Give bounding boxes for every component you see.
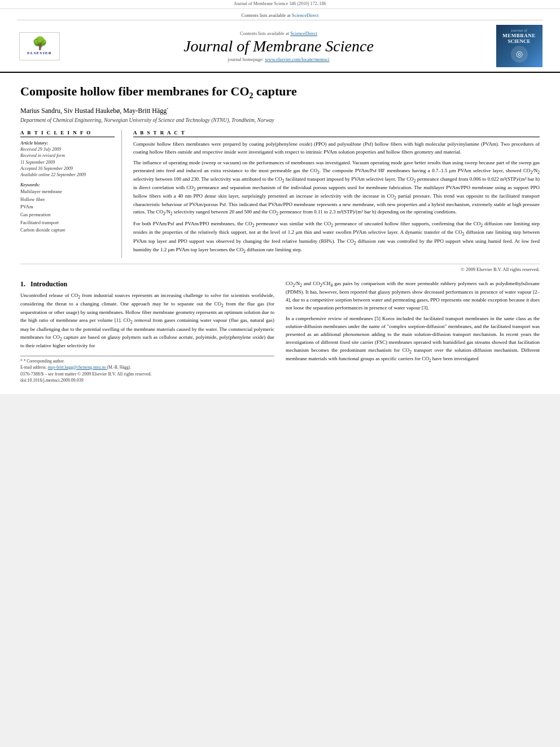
article-title: Composite hollow fiber membranes for CO2… [20, 84, 540, 101]
keywords-label: Keywords: [20, 182, 115, 187]
intro-heading: 1. Introduction [20, 280, 274, 289]
journal-title-center: Contents lists available at ScienceDirec… [62, 30, 495, 62]
abstract-para-2: The influence of operating mode (sweep o… [133, 159, 540, 217]
accepted-date: Accepted 16 September 2009 [20, 165, 115, 172]
body-col-right: CO2/N2 and CO2/CH4 gas pairs by comparis… [286, 280, 540, 383]
abstract-para-1: Composite hollow fibers membranes were p… [133, 141, 540, 156]
sciencedirect-link2[interactable]: ScienceDirect [290, 30, 317, 36]
homepage-link[interactable]: www.elsevier.com/locate/memsci [265, 56, 329, 62]
received-date: Received 29 July 2009 [20, 146, 115, 152]
elsevier-logo-box: 🌳 ELSEVIER [19, 32, 60, 60]
abstract-text: Composite hollow fibers membranes were p… [133, 141, 540, 254]
article-authors: Marius Sandru, Siv Hustad Haukebø, May-B… [20, 107, 540, 115]
journal-name: Journal of Membrane Science [62, 37, 495, 55]
doi-text: doi:10.1016/j.memsci.2009.09.039 [20, 378, 84, 383]
intro-title: Introduction [30, 280, 67, 288]
intro-text-right: CO2/N2 and CO2/CH4 gas pairs by comparis… [286, 280, 540, 364]
footnote-corresponding: * Corresponding author. [24, 359, 65, 364]
issn-line: 0376-7388/$ – see front matter © 2009 El… [20, 372, 274, 377]
abstract-label: A B S T R A C T [133, 130, 540, 137]
intro-para-right-1: CO2/N2 and CO2/CH4 gas pairs by comparis… [286, 280, 540, 312]
available-date: Available online 22 September 2009 [20, 172, 115, 178]
intro-para-right-2: In a comprehensive review of membranes [… [286, 315, 540, 364]
sciencedirect-link[interactable]: ScienceDirect [292, 12, 319, 18]
logo-decoration: ◎ [511, 46, 528, 63]
journal-header: Contents lists available at ScienceDirec… [0, 9, 560, 73]
keywords-list: Multilayer membrane Hollow fiber PVAm Ga… [20, 188, 115, 234]
issn-text: 0376-7388/$ – see front matter © 2009 El… [20, 372, 152, 377]
intro-text-left: Uncontrolled release of CO2 from industr… [20, 292, 274, 351]
copyright-line: © 2009 Elsevier B.V. All rights reserved… [20, 264, 540, 272]
homepage-text: journal homepage: [228, 56, 264, 62]
elsevier-tree-icon: 🌳 [32, 37, 47, 50]
revised-date: Received in revised form11 September 200… [20, 152, 115, 165]
homepage-line: journal homepage: www.elsevier.com/locat… [62, 56, 495, 62]
footnote-email: E-mail address: may-britt.hagg@chemeng.n… [20, 365, 274, 371]
email-note: (M.-B. Hägg). [107, 365, 132, 370]
logo-membrane-text: MEMBRANE [502, 33, 536, 38]
email-link[interactable]: may-britt.hagg@chemeng.ntnu.no [48, 365, 107, 370]
body-col-left: 1. Introduction Uncontrolled release of … [20, 280, 274, 383]
contents-bar: Contents lists available at ScienceDirec… [17, 12, 543, 20]
contents-text: Contents lists available at [242, 12, 291, 18]
article-history: Article history: Received 29 July 2009 R… [20, 141, 115, 178]
abstract-col: A B S T R A C T Composite hollow fibers … [133, 130, 540, 257]
article-info-abstract: A R T I C L E I N F O Article history: R… [20, 130, 540, 257]
intro-para-left: Uncontrolled release of CO2 from industr… [20, 292, 274, 351]
logo-journal-text: journal of [511, 28, 527, 33]
body-columns: 1. Introduction Uncontrolled release of … [20, 280, 540, 383]
page: Journal of Membrane Science 346 (2010) 1… [0, 0, 560, 394]
journal-logo-right: journal of MEMBRANE SCIENCE ◎ [495, 25, 543, 67]
journal-logo-box: journal of MEMBRANE SCIENCE ◎ [496, 25, 542, 67]
elsevier-logo: 🌳 ELSEVIER [17, 32, 62, 60]
elsevier-wordmark: ELSEVIER [27, 51, 51, 55]
logo-science-text: SCIENCE [508, 38, 530, 44]
header-inner: 🌳 ELSEVIER Contents lists available at S… [17, 23, 543, 72]
contents-line: Contents lists available at ScienceDirec… [62, 30, 495, 36]
footnote-area: * * Corresponding author. E-mail address… [20, 356, 274, 370]
intro-number: 1. [20, 280, 25, 288]
footnote-star: * * Corresponding author. [20, 359, 274, 365]
history-label: Article history: [20, 141, 115, 146]
keywords-group: Keywords: Multilayer membrane Hollow fib… [20, 182, 115, 234]
doi-line: doi:10.1016/j.memsci.2009.09.039 [20, 378, 274, 383]
article-affiliation: Department of Chemical Engineering, Norw… [20, 117, 540, 123]
citation-bar: Journal of Membrane Science 346 (2010) 1… [0, 0, 560, 9]
citation-text: Journal of Membrane Science 346 (2010) 1… [234, 1, 326, 6]
article-body: Composite hollow fiber membranes for CO2… [0, 73, 560, 394]
email-label: E-mail address: [20, 365, 47, 370]
contents-prefix: Contents lists available at [240, 30, 289, 36]
abstract-para-3: For both PVAm/Psf and PVAm/PPO membranes… [133, 220, 540, 254]
article-info-col: A R T I C L E I N F O Article history: R… [20, 130, 122, 257]
article-info-label: A R T I C L E I N F O [20, 130, 115, 137]
